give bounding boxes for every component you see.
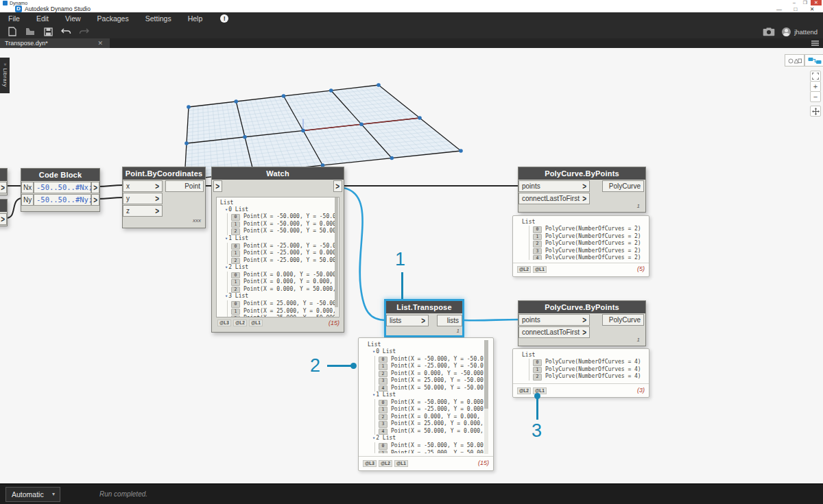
graph-view-button[interactable]	[804, 54, 823, 67]
point-input-y[interactable]: y>	[123, 193, 163, 204]
polycurve-1-lacing[interactable]: 1	[637, 203, 640, 209]
point-input-z[interactable]: z>	[123, 205, 163, 217]
zoom-out-button[interactable]: −	[810, 91, 821, 102]
polycurve-2-output[interactable]: PolyCurve	[602, 314, 644, 326]
pan-button[interactable]	[810, 106, 821, 117]
run-status-message: Run completed.	[99, 484, 147, 504]
watch-scrollbar[interactable]	[335, 197, 338, 317]
tree-row: 3PolyCurve(NumberOfCurves = 2)	[518, 248, 647, 255]
polycurve-2-count: (3)	[637, 387, 645, 394]
watch-list-tree: List▾0 List0Point(X = -50.000, Y = -50.0…	[216, 197, 339, 317]
partial-node-1-output-port[interactable]: >	[0, 182, 7, 193]
partial-node-2[interactable]: >	[0, 199, 8, 226]
zoom-in-button[interactable]: +	[810, 81, 821, 92]
transpose-levels[interactable]: @L3@L2@L1	[363, 460, 410, 467]
polycurve-1-output[interactable]: PolyCurve	[602, 180, 644, 192]
wire-codeblock-x[interactable]	[98, 185, 123, 187]
tree-row: 1Point(X = -25.000, Y = 0.000, Z	[364, 406, 484, 413]
tree-row: List	[518, 219, 647, 226]
tree-row: 1PolyCurve(NumberOfCurves = 2)	[518, 233, 647, 241]
polycurve-2-preview-tree: List0PolyCurve(NumberOfCurves = 4)1PolyC…	[513, 349, 647, 381]
tree-row: 0Point(X = 25.000, Y = -50.00	[217, 300, 339, 308]
code-block-input-ny[interactable]: Ny	[21, 194, 34, 206]
code-block-line-2[interactable]: -50..50..#Ny;	[34, 194, 91, 206]
tree-row: 0Point(X = -50.000, Y = -50.000,	[364, 356, 484, 363]
code-block-output-nx[interactable]: >	[91, 182, 99, 193]
node-polycurve-1-title: PolyCurve.ByPoints	[518, 167, 645, 180]
dynamo-studio-window: Dynamo – ❐ ✕ D Autodesk Dynamo Studio — …	[0, 0, 823, 504]
tree-row: 2Point(X = 25.000, Y = 50.000	[217, 315, 339, 317]
polycurve-1-preview-bubble[interactable]: List0PolyCurve(NumberOfCurves = 2)1PolyC…	[512, 215, 649, 277]
node-polycurve-2[interactable]: PolyCurve.ByPoints points> connectLastTo…	[518, 300, 646, 346]
watch-input-port[interactable]: >	[213, 180, 222, 192]
tree-row: 1Point(X = 0.000, Y = 0.000,	[217, 278, 339, 286]
tree-row: 0Point(X = -50.000, Y = 50.000,	[364, 442, 484, 450]
tree-row: ▾2 List	[364, 435, 484, 442]
tree-row: 0Point(X = -25.000, Y = -50.0	[217, 243, 339, 250]
polycurve-1-preview-tree: List0PolyCurve(NumberOfCurves = 2)1PolyC…	[513, 216, 647, 260]
wire-watch-transpose-selected[interactable]	[344, 188, 386, 320]
tree-row: 4Point(X = 50.000, Y = -50.000,	[364, 385, 484, 392]
annotation-3-line	[536, 398, 538, 420]
tree-row: 3Point(X = 25.000, Y = 0.000, Z	[364, 420, 484, 428]
tree-row: 1Point(X = -25.000, Y = 0.000	[217, 250, 339, 257]
run-mode-dropdown[interactable]: Automatic ▾	[5, 487, 60, 502]
polycurve-2-lacing[interactable]: 1	[637, 337, 640, 343]
tree-row: ▾3 List	[217, 293, 339, 300]
tree-row: 2Point(X = 0.000, Y = -50.000, Z	[364, 370, 484, 378]
tree-row: 1PolyCurve(NumberOfCurves = 4)	[518, 366, 647, 374]
node-polycurve-1[interactable]: PolyCurve.ByPoints points> connectLastTo…	[518, 167, 646, 213]
annotation-2-label: 2	[310, 355, 320, 376]
transpose-lacing[interactable]: 1	[457, 328, 460, 334]
run-mode-value: Automatic	[12, 490, 44, 499]
code-block-line-1[interactable]: -50..50..#Nx;	[34, 182, 91, 193]
node-watch[interactable]: Watch > > List▾0 List0Point(X = -50.000,…	[211, 167, 344, 333]
tree-row: ▾1 List	[364, 392, 484, 399]
node-code-block[interactable]: Code Block Nx -50..50..#Nx; > Ny -50..50…	[21, 168, 100, 212]
tree-row: List	[518, 352, 647, 359]
watch-output-port[interactable]: >	[333, 180, 342, 192]
point-lacing-indicator[interactable]: xxx	[193, 217, 201, 224]
library-panel-tab[interactable]: » Library	[0, 58, 10, 93]
tree-row: ▾0 List	[217, 206, 339, 214]
watch-count: (15)	[329, 320, 339, 326]
dropdown-chevron-icon: ▾	[52, 488, 55, 501]
wire-codeblock-y[interactable]	[98, 197, 123, 199]
annotation-2-line	[327, 365, 353, 367]
wire-transpose-polycurve2-selected[interactable]	[464, 320, 518, 320]
code-block-output-ny[interactable]: >	[91, 194, 99, 206]
polycurve-2-input-points[interactable]: points>	[518, 314, 590, 326]
tree-row: 2Point(X = 0.000, Y = 50.000,	[217, 286, 339, 293]
code-block-input-nx[interactable]: Nx	[21, 182, 34, 193]
tree-row: 4PolyCurve(NumberOfCurves = 2)	[518, 254, 647, 260]
tree-row: 1Point(X = -25.000, Y = -50.000,	[364, 363, 484, 370]
tree-row: 0PolyCurve(NumberOfCurves = 4)	[518, 359, 647, 366]
node-list-transpose[interactable]: List.Transpose lists> lists 1	[384, 299, 464, 337]
transpose-input-lists[interactable]: lists>	[386, 315, 429, 326]
tree-row: 1Point(X = -50.000, Y = 0.000	[217, 221, 339, 228]
node-point-bycoordinates[interactable]: Point.ByCoordinates x> y> z> Point xxx	[122, 167, 206, 228]
polycurve-1-levels[interactable]: @L2@L1	[517, 266, 549, 273]
geometry-view-button[interactable]	[785, 54, 804, 67]
annotation-2-dot	[350, 363, 357, 369]
tree-row: 0Point(X = -50.000, Y = 0.000, Z	[364, 399, 484, 407]
partial-node-1[interactable]: >	[0, 168, 8, 195]
annotation-1-line	[401, 272, 403, 299]
point-input-x[interactable]: x>	[123, 180, 163, 192]
tree-row: 1Point(X = 25.000, Y = 0.000,	[217, 308, 339, 315]
watch-levels[interactable]: @L3@L2@L1	[217, 320, 265, 326]
tree-row: 4Point(X = 50.000, Y = 0.000, Z	[364, 428, 484, 435]
node-transpose-title: List.Transpose	[386, 301, 462, 313]
polycurve-1-input-points[interactable]: points>	[518, 180, 590, 192]
fit-view-button[interactable]	[810, 71, 821, 82]
transpose-bubble-scrollbar[interactable]	[484, 340, 488, 454]
polycurve-1-input-connectlasttofirst[interactable]: connectLastToFirst>	[518, 193, 590, 204]
point-output[interactable]: Point	[165, 180, 204, 192]
polycurve-2-preview-bubble[interactable]: List0PolyCurve(NumberOfCurves = 4)1PolyC…	[512, 348, 649, 398]
tree-row: 3Point(X = 25.000, Y = -50.000,	[364, 377, 484, 385]
polycurve-2-levels[interactable]: @L2@L1	[517, 387, 549, 394]
transpose-output-lists[interactable]: lists	[437, 315, 462, 326]
polycurve-2-input-connectlasttofirst[interactable]: connectLastToFirst>	[518, 326, 590, 338]
transpose-preview-bubble[interactable]: List▾0 List0Point(X = -50.000, Y = -50.0…	[358, 337, 494, 471]
partial-node-2-output-port[interactable]: >	[0, 213, 7, 225]
